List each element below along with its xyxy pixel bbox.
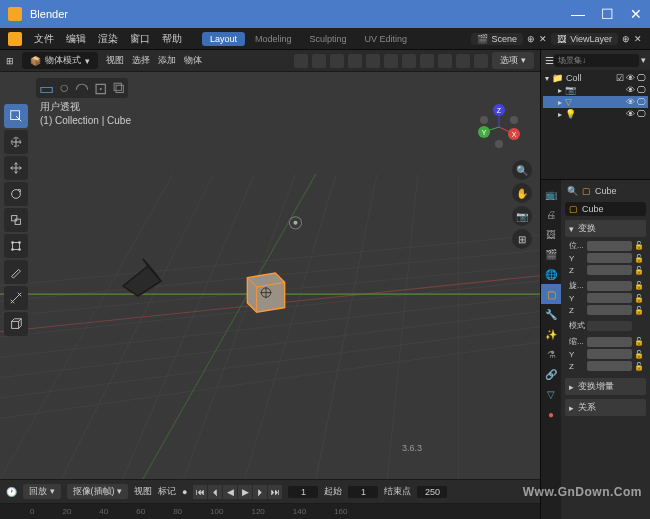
shading-material-icon[interactable]	[456, 54, 470, 68]
outliner-collection-row[interactable]: ▾ 📁 Coll ☑👁🖵	[543, 72, 648, 84]
xray-icon[interactable]	[402, 54, 416, 68]
lock-icon[interactable]: 🔓	[634, 241, 642, 250]
play-reverse-icon[interactable]: ◀	[223, 485, 237, 499]
visibility-icon[interactable]: 👁	[626, 109, 635, 119]
location-x-field[interactable]	[587, 241, 632, 251]
tab-layout[interactable]: Layout	[202, 32, 245, 46]
scale-x-field[interactable]	[587, 337, 632, 347]
tool-cursor[interactable]	[4, 130, 28, 154]
relations-header[interactable]: ▸关系	[565, 399, 646, 416]
rotation-y-field[interactable]	[587, 293, 632, 303]
rotation-z-field[interactable]	[587, 305, 632, 315]
play-icon[interactable]: ▶	[238, 485, 252, 499]
outliner-camera-row[interactable]: ▸ 📷 👁🖵	[543, 84, 648, 96]
lock-icon[interactable]: 🔓	[634, 294, 642, 303]
scale-y-field[interactable]	[587, 349, 632, 359]
menu-render[interactable]: 渲染	[98, 32, 118, 46]
new-scene-icon[interactable]: ⊕	[527, 34, 535, 44]
3d-viewport[interactable]: ▭ ○ ◠ ⊡ ⧉ 用户透视 (1) Collection | Cube	[0, 72, 540, 479]
pan-icon[interactable]: ✋	[512, 183, 532, 203]
select-box-icon[interactable]: ▭	[38, 80, 54, 96]
timeline-editor-icon[interactable]: 🕐	[6, 487, 17, 497]
prop-tab-object[interactable]: ▢	[541, 284, 561, 304]
viewport-menu-select[interactable]: 选择	[132, 54, 150, 67]
timeline-marker-menu[interactable]: 标记	[158, 485, 176, 498]
disable-icon[interactable]: 🖵	[637, 85, 646, 95]
transform-section-header[interactable]: ▾ 变换	[565, 220, 646, 237]
disclosure-triangle-icon[interactable]: ▾	[545, 74, 549, 83]
prop-tab-constraints[interactable]: 🔗	[541, 364, 561, 384]
zoom-icon[interactable]: 🔍	[512, 160, 532, 180]
scene-selector[interactable]: 🎬 Scene	[471, 33, 524, 45]
orientation-icon[interactable]	[294, 54, 308, 68]
minimize-button[interactable]: —	[571, 6, 585, 22]
tab-sculpting[interactable]: Sculpting	[302, 32, 355, 46]
lock-icon[interactable]: 🔓	[634, 281, 642, 290]
select-lasso-icon[interactable]: ◠	[74, 80, 90, 96]
tool-measure[interactable]	[4, 286, 28, 310]
menu-window[interactable]: 窗口	[130, 32, 150, 46]
outliner-cube-row[interactable]: ▸ ▽ 👁🖵	[543, 96, 648, 108]
tool-add-cube[interactable]	[4, 312, 28, 336]
disclosure-triangle-icon[interactable]: ▸	[558, 98, 562, 107]
proportional-icon[interactable]	[348, 54, 362, 68]
blender-icon[interactable]	[8, 32, 22, 46]
cube-object[interactable]	[238, 259, 294, 315]
prev-keyframe-icon[interactable]: ⏴	[208, 485, 222, 499]
visibility-icon[interactable]: 👁	[626, 73, 635, 83]
new-viewlayer-icon[interactable]: ⊕	[622, 34, 630, 44]
menu-help[interactable]: 帮助	[162, 32, 182, 46]
maximize-button[interactable]: ☐	[601, 6, 614, 22]
object-name-field[interactable]: ▢ Cube	[565, 202, 646, 216]
prop-tab-data[interactable]: ▽	[541, 384, 561, 404]
outliner-editor-icon[interactable]: ☰	[545, 55, 554, 66]
filter-icon[interactable]: ▾	[641, 55, 646, 65]
rotation-mode-field[interactable]	[587, 321, 632, 331]
timeline-playback[interactable]: 回放 ▾	[23, 484, 61, 499]
outliner-search[interactable]: 场景集↓	[554, 54, 639, 67]
tab-modeling[interactable]: Modeling	[247, 32, 300, 46]
prop-tab-viewlayer[interactable]: 🖼	[541, 224, 561, 244]
prop-tab-modifiers[interactable]: 🔧	[541, 304, 561, 324]
tab-uv-editing[interactable]: UV Editing	[357, 32, 416, 46]
prop-tab-world[interactable]: 🌐	[541, 264, 561, 284]
prop-tab-render[interactable]: 📺	[541, 184, 561, 204]
start-frame-field[interactable]: 1	[348, 486, 378, 498]
lock-icon[interactable]: 🔓	[634, 306, 642, 315]
menu-file[interactable]: 文件	[34, 32, 54, 46]
select-circle-icon[interactable]: ○	[56, 80, 72, 96]
timeline-ruler[interactable]: 020406080100120140160	[0, 503, 540, 519]
select-all-icon[interactable]: ⊡	[92, 80, 108, 96]
prop-tab-scene[interactable]: 🎬	[541, 244, 561, 264]
disable-icon[interactable]: 🖵	[637, 97, 646, 107]
disable-icon[interactable]: 🖵	[637, 109, 646, 119]
timeline-keying[interactable]: 抠像(插帧) ▾	[67, 484, 129, 499]
navigation-gizmo[interactable]: X Y Z	[474, 102, 524, 152]
disclosure-triangle-icon[interactable]: ▸	[558, 86, 562, 95]
snap-icon[interactable]	[330, 54, 344, 68]
timeline-view-menu[interactable]: 视图	[134, 485, 152, 498]
scale-z-field[interactable]	[587, 361, 632, 371]
prop-tab-output[interactable]: 🖨	[541, 204, 561, 224]
viewlayer-selector[interactable]: 🖼 ViewLayer	[551, 33, 618, 45]
end-frame-field[interactable]: 250	[417, 486, 447, 498]
jump-start-icon[interactable]: ⏮	[193, 485, 207, 499]
overlay-toggle-icon[interactable]	[384, 54, 398, 68]
tool-annotate[interactable]	[4, 260, 28, 284]
current-frame-field[interactable]: 1	[288, 486, 318, 498]
menu-edit[interactable]: 编辑	[66, 32, 86, 46]
location-z-field[interactable]	[587, 265, 632, 275]
rotation-x-field[interactable]	[587, 281, 632, 291]
select-invert-icon[interactable]: ⧉	[110, 80, 126, 96]
tool-rotate[interactable]	[4, 182, 28, 206]
shading-solid-icon[interactable]	[438, 54, 452, 68]
close-button[interactable]: ✕	[630, 6, 642, 22]
pivot-icon[interactable]	[312, 54, 326, 68]
editor-type-icon[interactable]: ⊞	[6, 56, 14, 66]
prop-tab-material[interactable]: ●	[541, 404, 561, 424]
lock-icon[interactable]: 🔓	[634, 266, 642, 275]
viewport-menu-add[interactable]: 添加	[158, 54, 176, 67]
perspective-toggle-icon[interactable]: ⊞	[512, 229, 532, 249]
prop-tab-physics[interactable]: ⚗	[541, 344, 561, 364]
lock-icon[interactable]: 🔓	[634, 362, 642, 371]
